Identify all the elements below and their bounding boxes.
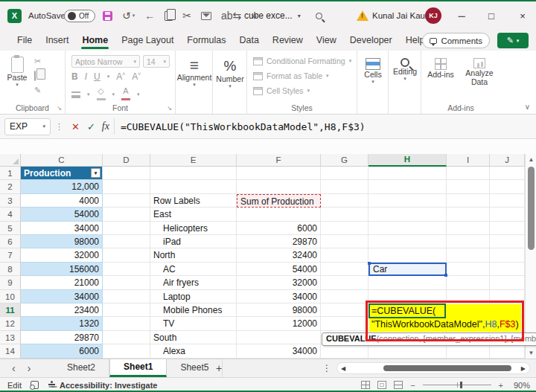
column-header-C[interactable]: C xyxy=(21,154,103,167)
underline-button[interactable]: U xyxy=(94,71,100,82)
fill-color-icon[interactable]: ◇ xyxy=(97,88,106,101)
cell-I1[interactable] xyxy=(447,167,490,180)
search-icon[interactable] xyxy=(316,1,322,30)
cell-I14[interactable] xyxy=(447,344,490,358)
borders-icon[interactable] xyxy=(71,91,80,98)
cell-G3[interactable] xyxy=(321,194,368,208)
tab-data[interactable]: Data xyxy=(232,31,265,49)
vertical-scroll-thumb[interactable] xyxy=(528,167,535,250)
cell-D7[interactable] xyxy=(103,248,150,262)
cell-C9[interactable]: 21000 xyxy=(21,276,103,289)
formula-input[interactable]: =CUBEVALUE("ThisWorkbookDataModel",H8,F$… xyxy=(121,121,366,132)
ribbon-cut-icon[interactable]: ✂ xyxy=(34,57,41,66)
scroll-up-icon[interactable]: ▲ xyxy=(526,156,536,163)
cell-G12[interactable] xyxy=(321,317,368,330)
editing-button[interactable]: Editing ▾ xyxy=(389,58,421,82)
cell-E9[interactable]: Air fryers xyxy=(150,276,237,289)
row-header-12[interactable]: 12 xyxy=(0,317,21,330)
cell-E5[interactable]: Helicopters xyxy=(150,222,237,235)
row-header-3[interactable]: 3 xyxy=(0,194,21,208)
cell-E1[interactable] xyxy=(150,167,237,180)
cell-C10[interactable]: 34000 xyxy=(21,290,103,303)
cell-H3[interactable] xyxy=(368,194,447,208)
cell-J4[interactable] xyxy=(490,208,525,221)
cell-C13[interactable]: 29870 xyxy=(21,331,103,344)
cell-J10[interactable] xyxy=(490,290,525,303)
cell-G9[interactable] xyxy=(321,276,368,289)
cell-J2[interactable] xyxy=(490,180,525,193)
row-header-5[interactable]: 5 xyxy=(0,222,21,235)
cell-F4[interactable] xyxy=(237,208,321,221)
cell-H5[interactable] xyxy=(368,222,447,235)
macro-record-icon[interactable] xyxy=(31,381,39,389)
filter-icon[interactable]: ▾ xyxy=(91,168,100,178)
font-dialog-launcher-icon[interactable]: ↘ xyxy=(167,105,172,112)
row-header-8[interactable]: 8 xyxy=(0,263,21,276)
copy-icon[interactable] xyxy=(165,11,173,21)
prev-sheet-icon[interactable]: ‹ xyxy=(12,362,16,374)
cell-F12[interactable]: 12000 xyxy=(237,317,321,330)
tab-home[interactable]: Home xyxy=(75,31,115,49)
cell-G4[interactable] xyxy=(321,208,368,221)
cell-C2[interactable]: 12,000 xyxy=(21,180,103,193)
column-header-F[interactable]: F xyxy=(237,154,321,167)
cell-J6[interactable] xyxy=(490,235,525,248)
column-header-J[interactable]: J xyxy=(490,154,525,167)
row-header-4[interactable]: 4 xyxy=(0,208,21,221)
ribbon-copy-icon[interactable] xyxy=(34,71,41,80)
cell-E13[interactable]: South xyxy=(150,331,237,344)
save-icon[interactable] xyxy=(103,11,112,21)
analyze-data-button[interactable]: Analyze Data xyxy=(462,58,497,86)
sheet-tab-sheet5[interactable]: Sheet5 xyxy=(167,359,223,377)
format-painter-icon[interactable]: ✎ xyxy=(34,86,41,95)
sheet-tab-sheet1[interactable]: Sheet1 xyxy=(109,359,167,377)
in-cell-formula-editor[interactable]: =CUBEVALUE( "ThisWorkbookDataModel",H8,F… xyxy=(369,304,521,332)
font-name-select[interactable]: Aptos Narrow▾ xyxy=(71,55,140,68)
accessibility-status[interactable]: Accessibility: Investigate xyxy=(48,381,157,390)
cell-J5[interactable] xyxy=(490,222,525,235)
zoom-out-icon[interactable]: − xyxy=(410,381,415,390)
cell-I4[interactable] xyxy=(447,208,490,221)
tab-insert[interactable]: Insert xyxy=(39,31,75,49)
cell-D1[interactable] xyxy=(103,167,150,180)
cell-F14[interactable]: 34000 xyxy=(237,344,321,358)
undo-icon[interactable]: ↺▾ xyxy=(122,10,135,22)
cell-D3[interactable] xyxy=(103,194,150,208)
tab-view[interactable]: View xyxy=(310,31,343,49)
column-header-H[interactable]: H xyxy=(368,154,447,167)
cell-E6[interactable]: iPad xyxy=(150,235,237,248)
cell-G11[interactable] xyxy=(321,303,368,317)
close-button[interactable]: × xyxy=(517,1,529,30)
cell-C6[interactable]: 98000 xyxy=(21,235,103,248)
increase-font-icon[interactable]: A˄ xyxy=(116,71,125,82)
next-sheet-icon[interactable]: › xyxy=(28,362,31,374)
cell-C8[interactable]: 156000 xyxy=(21,263,103,276)
number-button[interactable]: % Number ▾ xyxy=(213,58,247,89)
zoom-slider[interactable] xyxy=(423,381,491,389)
tab-formulas[interactable]: Formulas xyxy=(180,31,232,49)
cell-G6[interactable] xyxy=(321,235,368,248)
cell-F11[interactable]: 98000 xyxy=(237,303,321,317)
scroll-left-icon[interactable]: ◀ xyxy=(341,365,345,372)
horizontal-scroll-thumb[interactable] xyxy=(383,365,511,371)
cell-G14[interactable] xyxy=(321,344,368,358)
cell-D9[interactable] xyxy=(103,276,150,289)
row-header-9[interactable]: 9 xyxy=(0,276,21,289)
sheetbar-menu-icon[interactable]: ⋮ xyxy=(322,359,331,377)
cell-I3[interactable] xyxy=(447,194,490,208)
cell-J14[interactable] xyxy=(490,344,525,358)
cell-F10[interactable]: 34000 xyxy=(237,290,321,303)
cell-F5[interactable]: 6000 xyxy=(237,222,321,235)
row-header-2[interactable]: 2 xyxy=(0,180,21,193)
excel-app-icon[interactable]: X xyxy=(7,1,22,30)
cell-J3[interactable] xyxy=(490,194,525,208)
email-icon[interactable] xyxy=(201,12,211,20)
cell-D14[interactable] xyxy=(103,344,150,358)
row-header-13[interactable]: 13 xyxy=(0,331,21,344)
cell-F3[interactable]: Sum of Production xyxy=(237,194,321,208)
clipboard-dialog-launcher-icon[interactable]: ↘ xyxy=(57,105,62,112)
font-size-select[interactable]: 14▾ xyxy=(143,55,170,68)
cell-styles-button[interactable]: Cell Styles▾ xyxy=(253,86,310,95)
italic-button[interactable]: I xyxy=(85,71,87,82)
column-header-D[interactable]: D xyxy=(103,154,150,167)
